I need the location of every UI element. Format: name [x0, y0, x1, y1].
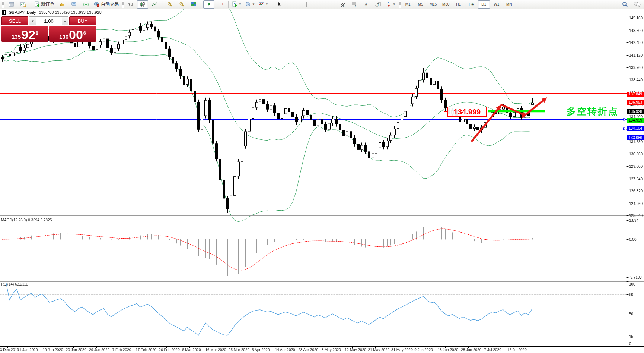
channel-button[interactable]: E: [337, 0, 348, 9]
price-chart-canvas[interactable]: [0, 0, 644, 353]
price-line-label: 136.953: [627, 100, 644, 105]
signals-button[interactable]: [80, 0, 92, 9]
profiles-button[interactable]: [6, 0, 17, 9]
date-tick-label: 3 May 2020: [322, 348, 341, 352]
price-tick-label: 138.440: [629, 78, 643, 82]
price-tick-label: 123.640: [629, 214, 643, 218]
chart-shift-button[interactable]: [203, 0, 214, 9]
date-tick-label: 29 Jan 2020: [89, 348, 109, 352]
rsi-axis-label: 80: [629, 293, 633, 297]
buy-button[interactable]: BUY: [69, 16, 96, 25]
price-tick-label: 131.680: [629, 140, 643, 144]
timeframe-button-m30[interactable]: M30: [440, 0, 452, 9]
crosshair-button[interactable]: [286, 0, 297, 9]
candlestick-button[interactable]: [137, 0, 148, 9]
svg-text:A: A: [364, 2, 368, 7]
sell-price-box[interactable]: 135 92 8: [1, 26, 48, 42]
zoom-out-icon: [179, 1, 185, 7]
price-line-label: 134.104: [627, 126, 644, 131]
bar-chart-icon: [128, 1, 134, 7]
one-click-trading-panel: SELL ▼ 1.00 ▲ BUY 135 92 8 136 00 6: [1, 16, 96, 42]
text-icon: A: [363, 1, 369, 7]
periods-button[interactable]: ▼: [244, 0, 256, 9]
auto-scroll-icon: [218, 1, 224, 7]
mt4-window: 新订单 自动交易 ▼ ▼ ▼ E F A T ▼: [0, 0, 644, 353]
tile-windows-button[interactable]: [188, 0, 199, 9]
text-button[interactable]: A: [361, 0, 372, 9]
timeframe-button-h1[interactable]: H1: [453, 0, 465, 9]
horizontal-line-button[interactable]: [313, 0, 324, 9]
price-line-label: 133.086: [627, 135, 644, 140]
auto-scroll-button[interactable]: [215, 0, 226, 9]
tester-button[interactable]: [17, 0, 29, 9]
date-tick-label: 28 Jun 2020: [461, 348, 481, 352]
volume-input[interactable]: 1.00: [36, 18, 62, 24]
timeframe-button-mn[interactable]: MN: [503, 0, 515, 9]
chinese-annotation-text[interactable]: 多空转折点: [567, 105, 619, 117]
terminal-button[interactable]: [68, 0, 80, 9]
date-tick-label: 1 Jan 2020: [19, 348, 38, 352]
indicators-button[interactable]: ▼: [230, 0, 243, 9]
date-tick-label: 25 Mar 2020: [229, 348, 249, 352]
date-tick-label: 12 May 2020: [345, 348, 366, 352]
search-button[interactable]: [619, 0, 631, 9]
candlestick-icon: [140, 1, 146, 7]
metaeditor-button[interactable]: [57, 0, 68, 9]
time-axis[interactable]: 3 Dec 20191 Jan 202010 Jan 202020 Jan 20…: [0, 346, 644, 353]
timeframe-button-m5[interactable]: M5: [415, 0, 427, 9]
trendline-button[interactable]: [325, 0, 336, 9]
text-label-icon: T: [375, 1, 381, 7]
svg-text:E: E: [343, 5, 344, 7]
fibonacci-button[interactable]: F: [349, 0, 360, 9]
price-tick-label: 139.760: [629, 66, 643, 70]
price-callout-label[interactable]: 134.999: [447, 107, 487, 117]
sell-button[interactable]: SELL: [1, 16, 28, 25]
toolbar-grip[interactable]: [399, 1, 401, 8]
timeframe-button-h4[interactable]: H4: [465, 0, 477, 9]
crosshair-icon: [288, 1, 294, 7]
buy-price-box[interactable]: 136 00 6: [49, 26, 96, 42]
horizontal-line-icon: [316, 1, 321, 7]
price-tick-label: 124.960: [629, 202, 643, 206]
arrows-tool-button[interactable]: ▼: [385, 0, 397, 9]
sell-price-pip: 8: [36, 30, 38, 36]
new-order-button[interactable]: 新订单: [33, 0, 56, 9]
volume-increase-button[interactable]: ▲: [62, 17, 68, 25]
svg-text:F: F: [355, 5, 356, 7]
price-axis[interactable]: 145.160143.800142.480141.120139.760138.4…: [627, 9, 644, 346]
cursor-icon: [277, 1, 282, 7]
toolbar-grip[interactable]: [122, 1, 124, 8]
timeframe-button-m1[interactable]: M1: [402, 0, 414, 9]
chat-button[interactable]: [631, 0, 643, 9]
zoom-out-button[interactable]: [176, 0, 187, 9]
volume-decrease-button[interactable]: ▼: [29, 17, 36, 25]
timeframe-button-w1[interactable]: W1: [491, 0, 503, 9]
macd-axis-label: 0.00: [629, 237, 636, 242]
timeframe-button-d1[interactable]: D1: [478, 0, 490, 9]
autotrading-icon: [94, 1, 100, 7]
date-tick-label: 26 Feb 2020: [159, 348, 180, 352]
buy-price-pip: 6: [83, 30, 86, 36]
signals-icon: [83, 1, 89, 7]
autotrading-button[interactable]: 自动交易: [92, 0, 120, 9]
date-tick-label: 31 May 2020: [391, 348, 413, 352]
cursor-button[interactable]: [274, 0, 285, 9]
bar-chart-button[interactable]: [125, 0, 136, 9]
templates-button[interactable]: ▼: [257, 0, 270, 9]
rsi-axis-label: 100: [629, 282, 635, 286]
toolbar: 新订单 自动交易 ▼ ▼ ▼ E F A T ▼: [0, 0, 644, 9]
buy-price-prefix: 136: [59, 34, 68, 40]
text-label-button[interactable]: T: [373, 0, 384, 9]
timeframe-button-m15[interactable]: M15: [427, 0, 439, 9]
toolbar-grip[interactable]: [2, 1, 4, 8]
zoom-in-button[interactable]: [164, 0, 175, 9]
trendline-icon: [328, 1, 333, 7]
zoom-in-icon: [167, 1, 173, 7]
line-chart-button[interactable]: [149, 0, 160, 9]
date-tick-label: 14 Apr 2020: [275, 348, 295, 352]
tester-icon: [20, 1, 26, 7]
price-line-label: 134.999: [627, 118, 644, 123]
svg-text:T: T: [377, 3, 379, 6]
price-tick-label: 130.360: [629, 152, 643, 156]
vertical-line-button[interactable]: [301, 0, 312, 9]
